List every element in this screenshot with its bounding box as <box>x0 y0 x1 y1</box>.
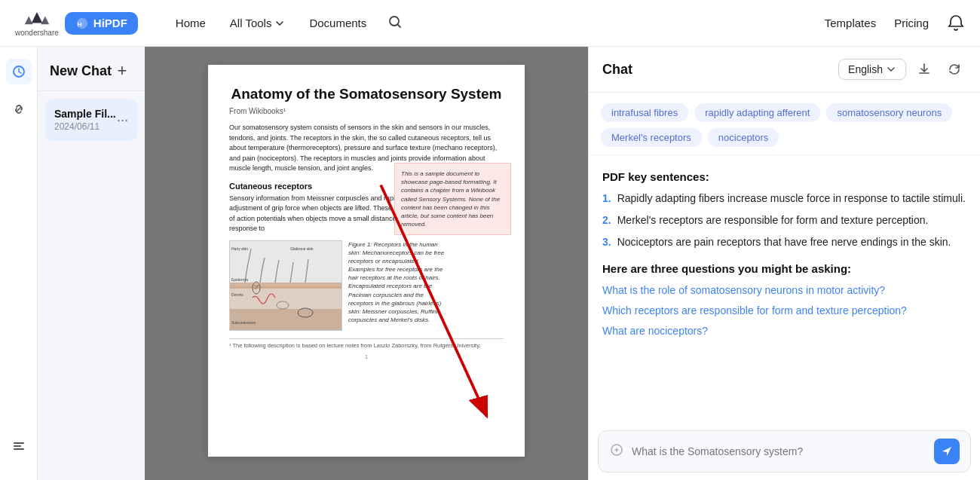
sidebar-left: New Chat + Sample Fil... 2024/06/11 ··· <box>0 47 145 480</box>
chat-panel-actions: English <box>838 57 966 81</box>
main-navigation: Home All Tools Documents <box>165 10 407 37</box>
chat-tags-area: intrafusal fibres rapidly adapting affer… <box>589 93 980 155</box>
main-layout: New Chat + Sample Fil... 2024/06/11 ··· … <box>0 47 980 480</box>
download-icon <box>917 62 932 77</box>
chat-item-date: 2024/06/11 <box>54 121 116 132</box>
chat-item-name: Sample Fil... <box>54 108 116 120</box>
search-button[interactable] <box>383 10 407 37</box>
pdf-scroll-container[interactable]: Anatomy of the Somatosensory System From… <box>145 47 588 480</box>
sidebar-icon-collapse[interactable] <box>6 433 32 459</box>
questions-title: Here are three questions you might be as… <box>602 262 966 275</box>
link-icon <box>11 102 26 117</box>
nav-right-area: Templates Pricing <box>825 14 965 32</box>
svg-text:Subcutaneous: Subcutaneous <box>231 320 256 325</box>
sidebar-main: New Chat + Sample Fil... 2024/06/11 ··· <box>38 47 145 480</box>
key-num-3: 3. <box>602 234 611 250</box>
pdf-figure-caption: Figure 1: Receptors in the human skin: M… <box>348 240 446 331</box>
chevron-down-icon <box>886 64 896 75</box>
top-navigation: wondershare H HiPDF Home All Tools Docum… <box>0 0 980 47</box>
language-select[interactable]: English <box>838 59 906 80</box>
chevron-down-icon <box>274 18 285 29</box>
svg-rect-4 <box>14 442 24 444</box>
brand-area: wondershare H HiPDF <box>15 9 138 37</box>
collapse-icon <box>11 439 26 454</box>
language-label: English <box>848 63 883 75</box>
pdf-viewer-area: Anatomy of the Somatosensory System From… <box>145 47 588 480</box>
pdf-subtitle: From Wikibooks¹ <box>229 107 504 115</box>
pdf-figure-image: Hairy skin Glabrous skin Epidermis Dermi… <box>229 240 342 331</box>
pdf-page-number: 1 <box>229 353 504 360</box>
chat-panel: Chat English intrafusal fibres rapidly a… <box>588 47 980 480</box>
bell-icon <box>947 14 965 32</box>
chat-body: PDF key sentences: 1. Rapidly adapting f… <box>589 155 980 424</box>
svg-text:Glabrous skin: Glabrous skin <box>290 246 314 251</box>
new-chat-title: New Chat <box>50 63 112 79</box>
tag-4[interactable]: nociceptors <box>708 128 779 147</box>
chat-panel-title: Chat <box>602 62 632 78</box>
svg-rect-5 <box>14 445 21 447</box>
sidebar-icon-history[interactable] <box>6 59 32 84</box>
figure-svg: Hairy skin Glabrous skin Epidermis Dermi… <box>230 241 341 330</box>
send-icon <box>941 445 953 457</box>
tag-2[interactable]: somatosensory neurons <box>826 103 952 122</box>
key-sentences-title: PDF key sentences: <box>602 170 966 183</box>
question-link-0[interactable]: What is the role of somatosensory neuron… <box>602 283 966 298</box>
key-text-2: Merkel's receptors are responsible for f… <box>617 212 929 228</box>
chat-message-input[interactable] <box>632 445 926 457</box>
tag-3[interactable]: Merkel's receptors <box>601 128 702 147</box>
svg-text:Epidermis: Epidermis <box>231 277 249 282</box>
pdf-footnote: ¹ The following description is based on … <box>229 338 504 349</box>
pdf-page: Anatomy of the Somatosensory System From… <box>208 65 525 457</box>
chat-item-more-button[interactable]: ··· <box>117 112 128 128</box>
new-chat-button[interactable]: + <box>112 60 133 81</box>
tag-1[interactable]: rapidly adapting afferent <box>694 103 820 122</box>
wondershare-logo: wondershare <box>15 9 59 37</box>
question-link-2[interactable]: What are nociceptors? <box>602 323 966 339</box>
refresh-button[interactable] <box>942 57 966 81</box>
chat-input-icon <box>609 442 624 460</box>
key-sentence-2: 2. Merkel's receptors are responsible fo… <box>602 212 966 228</box>
svg-text:H: H <box>78 20 82 27</box>
nav-documents[interactable]: Documents <box>299 12 377 34</box>
nav-templates[interactable]: Templates <box>825 17 876 29</box>
notification-bell[interactable] <box>947 14 965 32</box>
history-icon <box>11 64 26 79</box>
chat-list-item[interactable]: Sample Fil... 2024/06/11 ··· <box>45 99 137 141</box>
question-link-1[interactable]: Which receptors are responsible for form… <box>602 303 966 319</box>
svg-text:Hairy skin: Hairy skin <box>231 246 248 251</box>
key-text-3: Nociceptors are pain receptors that have… <box>617 234 951 250</box>
tag-0[interactable]: intrafusal fibres <box>601 103 688 122</box>
new-chat-bar: New Chat + <box>38 47 145 91</box>
chat-list: Sample Fil... 2024/06/11 ··· <box>38 91 145 480</box>
svg-point-2 <box>390 17 399 26</box>
svg-text:Dermis: Dermis <box>231 292 243 297</box>
svg-rect-9 <box>230 283 341 289</box>
nav-home[interactable]: Home <box>165 12 216 34</box>
pdf-title: Anatomy of the Somatosensory System <box>229 86 504 102</box>
sidebar-icon-link[interactable] <box>6 96 32 122</box>
chat-input-area <box>598 430 971 472</box>
refresh-icon <box>947 62 962 77</box>
sidebar-icon-bar <box>0 47 38 480</box>
chat-panel-header: Chat English <box>589 47 980 93</box>
pdf-callout-box: This is a sample document to showcase pa… <box>394 163 511 235</box>
key-text-1: Rapidly adapting fibers increase muscle … <box>617 191 966 206</box>
key-num-1: 1. <box>602 191 611 206</box>
key-num-2: 2. <box>602 212 611 228</box>
key-sentence-3: 3. Nociceptors are pain receptors that h… <box>602 234 966 250</box>
svg-rect-6 <box>14 448 24 450</box>
search-icon <box>387 14 403 29</box>
nav-all-tools[interactable]: All Tools <box>219 12 296 34</box>
magic-wand-icon <box>609 442 624 457</box>
brand-label: wondershare <box>15 29 59 37</box>
nav-pricing[interactable]: Pricing <box>894 17 929 29</box>
svg-rect-10 <box>230 309 341 330</box>
chat-item-info: Sample Fil... 2024/06/11 <box>54 108 116 132</box>
hipdf-badge[interactable]: H HiPDF <box>65 12 138 35</box>
hipdf-label: HiPDF <box>93 17 127 29</box>
download-button[interactable] <box>912 57 936 81</box>
key-sentence-1: 1. Rapidly adapting fibers increase musc… <box>602 191 966 206</box>
send-button[interactable] <box>934 439 960 464</box>
pdf-figure-area: Hairy skin Glabrous skin Epidermis Dermi… <box>229 240 504 331</box>
